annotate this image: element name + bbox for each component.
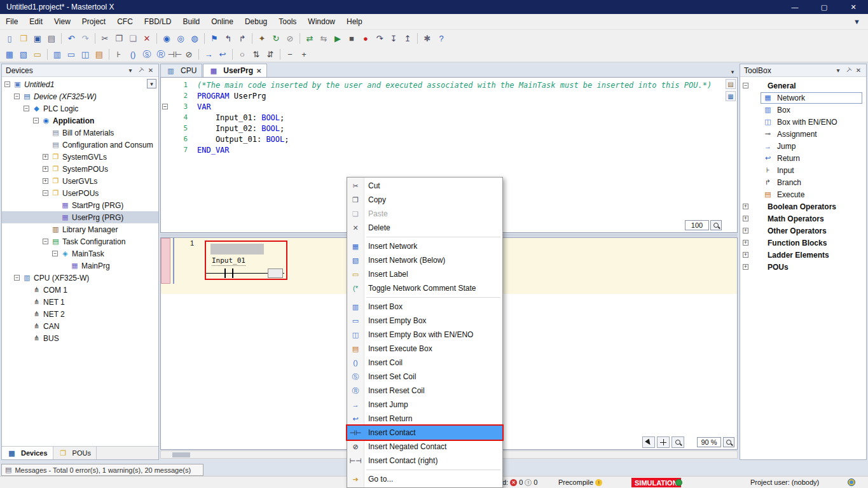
menu-item-insert-empty-box[interactable]: ▭ Insert Empty Box [347, 314, 502, 328]
tree-item-cpu[interactable]: − ▥ CPU (XF325-W) [2, 272, 158, 284]
menu-bar-item[interactable]: Tools [273, 15, 302, 29]
tree-item-mainprg[interactable]: ▦ MainPrg [2, 260, 158, 272]
menu-item-insert-contact[interactable]: ⊣⊢ Insert Contact [347, 426, 502, 440]
stop-button[interactable]: ■ [345, 32, 359, 45]
edge-detection-button[interactable]: ⇅ [249, 48, 263, 61]
save-button[interactable]: ▣ [31, 32, 45, 45]
toolbox-group-ladder-elements[interactable]: + Ladder Elements [740, 249, 866, 261]
toolbox-item-branch[interactable]: ↱ Branch [740, 176, 866, 188]
toolbox-group-pous[interactable]: + POUs [740, 261, 866, 273]
tree-item-application[interactable]: − ◉ Application [2, 115, 158, 127]
previous-bookmark-button[interactable]: ↰ [221, 32, 235, 45]
menu-bar-item[interactable]: Online [205, 15, 239, 29]
toolbox-group-math-operators[interactable]: + Math Operators [740, 213, 866, 225]
expander-icon[interactable]: + [743, 240, 748, 246]
expander-icon[interactable]: − [43, 239, 48, 244]
expander-icon[interactable]: − [743, 83, 748, 88]
device-dropdown-button[interactable]: ▾ [147, 79, 156, 88]
code-zoom-level[interactable]: 100 [685, 220, 709, 230]
menu-item-insert-network[interactable]: ▦ Insert Network [347, 239, 502, 253]
insert-network-below-button[interactable]: ▧ [17, 48, 31, 61]
toolbox-close-button[interactable]: ✕ [853, 66, 864, 76]
tree-item-maintask[interactable]: − ◈ MainTask [2, 247, 158, 260]
tree-item-can[interactable]: ⋔ CAN [2, 320, 158, 332]
print-button[interactable]: ▤ [45, 32, 59, 45]
insert-negated-contact-button[interactable]: ⊘ [182, 48, 196, 61]
tree-item-systemgvls[interactable]: + ❐ SystemGVLs [2, 151, 158, 163]
tree-item-net1[interactable]: ⋔ NET 1 [2, 296, 158, 308]
menu-bar-item[interactable]: Build [177, 15, 206, 29]
toolbox-item-box-with-en-eno[interactable]: ◫ Box with EN/ENO [740, 116, 866, 128]
menu-item-insert-negated-contact[interactable]: ⊘ Insert Negated Contact [347, 440, 502, 454]
build-button[interactable]: ✦ [255, 32, 269, 45]
menu-bar-item[interactable]: Edit [24, 15, 48, 29]
menu-item-toggle-network-comment-state[interactable]: (* Toggle Network Comment State [347, 281, 502, 295]
search-project-button[interactable]: ◍ [188, 32, 202, 45]
insert-input-button[interactable]: ⊦ [112, 48, 126, 61]
tab-pous[interactable]: ❐ POUs [53, 447, 97, 459]
code-line[interactable]: 4 Input_01: BOOL; [161, 112, 737, 123]
insert-execute-button[interactable]: ▤ [92, 48, 106, 61]
expander-icon[interactable]: + [743, 252, 748, 258]
code-line[interactable]: 5 Input_02: BOOL; [161, 123, 737, 134]
insert-box-button[interactable]: ▥ [50, 48, 64, 61]
network-selection-margin[interactable] [161, 238, 170, 284]
expander-icon[interactable]: + [743, 204, 748, 209]
expander-icon[interactable]: − [33, 118, 39, 123]
negate-button[interactable]: ○ [235, 48, 249, 61]
code-line[interactable]: −3VAR [161, 101, 737, 112]
menu-item-go-to[interactable]: ➔ Go to... [347, 472, 502, 486]
toolbox-item-box[interactable]: ▥ Box [740, 104, 866, 116]
menu-bar-item[interactable]: Window [302, 15, 341, 29]
login-button[interactable]: ⇄ [303, 32, 317, 45]
tab-list-button[interactable]: ▾ [727, 67, 738, 77]
scrollbar-thumb[interactable] [172, 452, 190, 457]
menu-item-insert-network-below[interactable]: ▧ Insert Network (Below) [347, 253, 502, 267]
close-button[interactable]: ✕ [839, 0, 868, 14]
tree-item-device[interactable]: − ▤ Device (XF325-W) [2, 90, 158, 102]
menu-item-insert-empty-box-with-en-eno[interactable]: ◫ Insert Empty Box with EN/ENO [347, 328, 502, 342]
tree-item-com1[interactable]: ⋔ COM 1 [2, 284, 158, 296]
minimize-button[interactable]: — [780, 0, 809, 14]
language-status[interactable] [848, 477, 855, 488]
expander-icon[interactable]: + [43, 178, 48, 184]
generate-code-button[interactable]: ↻ [269, 32, 283, 45]
breakpoint-button[interactable]: ● [359, 32, 373, 45]
insert-set-coil-button[interactable]: Ⓢ [140, 48, 154, 61]
menu-item-insert-coil[interactable]: () Insert Coil [347, 356, 502, 370]
close-tab-icon[interactable]: ✕ [256, 67, 261, 74]
zoom-out-button[interactable]: − [283, 48, 297, 61]
expander-icon[interactable]: − [24, 106, 29, 111]
toolbox-item-assignment[interactable]: ⊸ Assignment [740, 128, 866, 140]
ladder-zoom-button[interactable] [723, 437, 734, 447]
toolbox-item-execute[interactable]: ▤ Execute [740, 188, 866, 200]
tree-item-startprg[interactable]: ▦ StartPrg (PRG) [2, 199, 158, 211]
expander-icon[interactable]: + [43, 166, 48, 172]
cut-button[interactable]: ✂ [98, 32, 112, 45]
tree-item-bus[interactable]: ⋔ BUS [2, 332, 158, 344]
expander-icon[interactable]: − [52, 251, 58, 256]
toolbox-group-general[interactable]: − General [740, 80, 866, 92]
help-button[interactable]: ? [434, 32, 448, 45]
filter-icon[interactable]: ▼ [853, 18, 860, 25]
messages-bar[interactable]: ▤ Messages - Total 0 error(s), 1 warning… [1, 464, 203, 476]
tab-cpu[interactable]: ▥ CPU [160, 64, 202, 77]
insert-contact-button[interactable]: ⊣⊢ [168, 48, 182, 61]
select-tool-button[interactable] [642, 436, 655, 448]
declaration-view-button[interactable]: ▤ [726, 79, 736, 89]
toolbox-group-boolean-operators[interactable]: + Boolean Operators [740, 200, 866, 213]
devices-close-button[interactable]: ✕ [146, 66, 156, 76]
menu-bar-item[interactable]: File [0, 15, 24, 29]
menu-item-insert-return[interactable]: ↩ Insert Return [347, 412, 502, 426]
table-view-button[interactable]: ▦ [726, 91, 736, 101]
menu-item-delete[interactable]: ✕ Delete [347, 221, 502, 235]
insert-reset-coil-button[interactable]: Ⓡ [154, 48, 168, 61]
bookmark-button[interactable]: ⚑ [207, 32, 221, 45]
tree-item-configuration[interactable]: ▤ Configuration and Consum [2, 139, 158, 151]
expander-icon[interactable]: − [14, 275, 20, 281]
menu-item-insert-jump[interactable]: → Insert Jump [347, 398, 502, 412]
zoom-tool-button[interactable] [672, 436, 684, 448]
menu-item-insert-contact-right[interactable]: ⊢⊣ Insert Contact (right) [347, 454, 502, 468]
set-reset-button[interactable]: ⇵ [263, 48, 277, 61]
insert-box-en-eno-button[interactable]: ◫ [78, 48, 92, 61]
